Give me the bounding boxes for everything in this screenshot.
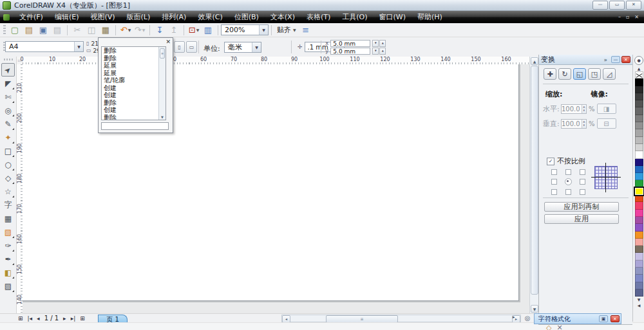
color-swatch[interactable] — [635, 217, 643, 224]
color-swatch[interactable] — [635, 151, 643, 158]
last-page-button[interactable]: ▸| — [71, 315, 76, 322]
smart-fill-tool[interactable]: ✦ — [1, 131, 15, 144]
undo-list-item[interactable]: 创建 — [102, 106, 166, 114]
pick-tool[interactable]: ➤ — [1, 63, 15, 77]
units-combo[interactable]: 毫米 ▼ — [224, 42, 261, 53]
undo-list-item[interactable]: 删除 — [102, 55, 166, 62]
palette-scroll-up-icon[interactable]: ▲ — [635, 66, 643, 71]
color-swatch[interactable] — [635, 122, 643, 129]
transform-rotate-button[interactable]: ↻ — [558, 68, 571, 80]
undo-filter-input[interactable] — [101, 122, 169, 130]
scroll-down-icon[interactable]: ▼ — [160, 115, 165, 119]
undo-list-item[interactable]: 创建 — [102, 84, 166, 92]
undo-list-scrollbar[interactable]: ≡ ▼ — [158, 47, 166, 120]
color-swatch[interactable] — [635, 202, 643, 209]
mirror-horizontal-button[interactable]: ◨ — [597, 104, 616, 114]
color-swatch[interactable] — [635, 282, 643, 289]
color-swatch[interactable] — [635, 115, 643, 122]
color-swatch[interactable] — [635, 107, 643, 115]
color-swatch[interactable] — [635, 246, 643, 253]
menu-编辑E[interactable]: 编辑(E) — [49, 11, 85, 23]
menu-位图B[interactable]: 位图(B) — [229, 11, 265, 23]
chevron-down-icon[interactable]: ▼ — [252, 42, 261, 52]
crop-tool[interactable]: ✄ — [1, 90, 15, 104]
undo-button[interactable]: ↶▼ — [118, 24, 133, 36]
table-tool[interactable]: ▦ — [1, 212, 15, 225]
menu-帮助H[interactable]: 帮助(H) — [412, 11, 448, 23]
zoom-search-icon[interactable]: ◎ — [522, 313, 533, 323]
doc-minimize-button[interactable]: – — [618, 11, 621, 23]
anchor-checkbox[interactable] — [565, 169, 571, 175]
paste-button[interactable]: ▦ — [99, 24, 113, 36]
menu-文件F[interactable]: 文件(F) — [14, 11, 49, 23]
toolbox-drag-handle[interactable] — [4, 59, 13, 60]
new-document-button[interactable]: ▢ — [8, 24, 22, 36]
color-swatch[interactable] — [635, 253, 643, 260]
color-swatch[interactable] — [635, 224, 643, 231]
mirror-vertical-button[interactable]: ⊟ — [597, 118, 616, 129]
import-button[interactable]: ↧ — [153, 24, 167, 36]
undo-list-item[interactable]: 删除 — [102, 114, 166, 121]
color-swatch[interactable] — [635, 144, 643, 151]
undo-list-item[interactable]: 删除 — [102, 99, 166, 107]
duplicate-y-field[interactable]: 5.0 mm — [330, 48, 370, 55]
snap-to-menu[interactable]: 贴齐▼ — [274, 25, 299, 35]
chevron-down-icon[interactable]: ▼ — [74, 42, 83, 51]
non-proportional-checkbox[interactable]: ✓ — [547, 158, 554, 165]
window-restore-button[interactable]: ▭ — [609, 1, 625, 10]
landscape-button[interactable]: ▭ — [186, 41, 197, 53]
window-minimize-button[interactable]: — — [592, 1, 608, 10]
anchor-checkbox[interactable] — [580, 179, 585, 185]
corel-welcome-button[interactable]: ▥ — [201, 24, 215, 36]
anchor-point-grid[interactable] — [547, 167, 589, 197]
outline-tool[interactable]: ✒ — [1, 252, 15, 266]
color-swatch[interactable] — [635, 78, 643, 86]
window-close-button[interactable]: ✕ — [626, 1, 641, 10]
zoom-tool[interactable]: ◎ — [1, 104, 15, 117]
toolbar-drag-handle[interactable] — [3, 25, 6, 35]
add-page-button[interactable]: ⊞ — [80, 315, 85, 322]
color-swatch[interactable] — [635, 100, 643, 107]
color-swatch[interactable] — [635, 188, 643, 195]
application-launcher-button[interactable]: ⊡▼ — [187, 24, 201, 36]
color-swatch[interactable] — [635, 232, 643, 239]
color-swatch[interactable] — [635, 261, 643, 268]
menu-排列A[interactable]: 排列(A) — [156, 11, 192, 23]
color-swatch[interactable] — [635, 268, 643, 275]
blend-tool[interactable]: ▧ — [1, 225, 15, 239]
ellipse-tool[interactable]: ○ — [1, 158, 15, 171]
scale-horizontal-field[interactable]: 100.0 ▲▼ — [561, 104, 587, 114]
zoom-level-combo[interactable]: 200%▼ — [221, 24, 269, 35]
eyedropper-tool[interactable]: ✑ — [1, 239, 15, 252]
color-swatch[interactable] — [635, 129, 643, 136]
anchor-checkbox[interactable] — [551, 189, 557, 195]
scroll-up-icon[interactable]: ▲ — [531, 57, 538, 65]
undo-list-item[interactable]: 创建 — [102, 91, 166, 99]
doc-restore-button[interactable]: ▫ — [626, 11, 629, 23]
options-button[interactable]: ≡ — [299, 24, 313, 36]
menu-版面L[interactable]: 版面(L) — [121, 11, 156, 23]
chevron-down-icon[interactable]: ▼ — [196, 28, 200, 32]
color-swatch[interactable] — [635, 180, 643, 187]
scroll-right-icon[interactable]: ▸ — [513, 315, 515, 320]
docker-close-button[interactable]: ✕ — [621, 56, 630, 63]
anchor-center-radio[interactable] — [565, 178, 572, 185]
duplicate-x-spinner[interactable]: ▼▲ — [372, 40, 386, 47]
close-icon[interactable]: ✕ — [166, 39, 171, 45]
palette-expand-icon[interactable]: ◀ — [635, 302, 643, 308]
spinner[interactable]: ▲▼ — [582, 120, 586, 128]
no-color-swatch[interactable] — [635, 71, 643, 78]
transform-position-button[interactable]: ✚ — [544, 68, 556, 80]
color-swatch[interactable] — [635, 173, 643, 180]
undo-list-item[interactable]: 延展 — [102, 69, 166, 77]
apply-button[interactable]: 应用 — [544, 214, 619, 224]
next-page-button[interactable]: ▸ — [63, 315, 66, 322]
portrait-button[interactable]: ▯ — [174, 41, 185, 53]
menu-视图V[interactable]: 视图(V) — [84, 11, 120, 23]
color-swatch[interactable] — [635, 289, 643, 297]
vertical-scrollbar[interactable]: ▲ ▼ — [529, 57, 539, 313]
color-swatch[interactable] — [635, 195, 643, 202]
menu-窗口W[interactable]: 窗口(W) — [374, 11, 412, 23]
palette-scroll-down-icon[interactable]: ▼ — [635, 297, 643, 302]
basic-shapes-tool[interactable]: ☆ — [1, 185, 15, 198]
